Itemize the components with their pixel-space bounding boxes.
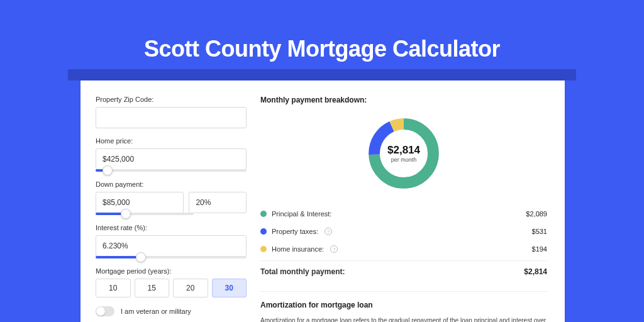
down-payment-slider[interactable] (96, 213, 194, 215)
legend-amount: $2,089 (526, 210, 547, 218)
amortization-text: Amortization for a mortgage loan refers … (260, 316, 547, 322)
legend-row-taxes: Property taxes: ? $531 (260, 223, 547, 240)
home-price-slider-thumb[interactable] (103, 165, 113, 175)
dot-icon (260, 211, 267, 217)
form-column: Property Zip Code: Home price: Down paym… (96, 96, 247, 322)
home-price-input[interactable] (96, 148, 247, 170)
zip-label: Property Zip Code: (96, 96, 247, 103)
amortization-title: Amortization for mortgage loan (260, 301, 547, 309)
total-amount: $2,814 (524, 267, 547, 276)
breakdown-column: Monthly payment breakdown: $2,814 per mo… (260, 96, 547, 322)
banner-strip (68, 69, 576, 80)
info-icon[interactable]: ? (330, 245, 338, 253)
amortization-section: Amortization for mortgage loan Amortizat… (260, 291, 547, 322)
legend-label: Property taxes: (272, 228, 318, 235)
breakdown-title: Monthly payment breakdown: (260, 96, 547, 104)
info-icon[interactable]: ? (325, 228, 332, 235)
total-label: Total monthly payment: (260, 267, 345, 276)
legend-row-principal: Principal & Interest: $2,089 (260, 205, 547, 223)
legend-amount: $194 (532, 245, 547, 253)
legend-row-total: Total monthly payment: $2,814 (260, 260, 547, 281)
period-option-30[interactable]: 30 (212, 279, 247, 297)
interest-rate-slider[interactable] (96, 256, 247, 258)
veteran-toggle[interactable] (96, 306, 114, 316)
down-payment-label: Down payment: (96, 180, 247, 188)
down-payment-slider-thumb[interactable] (121, 209, 131, 219)
dot-icon (260, 246, 267, 252)
period-label: Mortgage period (years): (96, 267, 247, 275)
donut-center-value: $2,814 (387, 144, 420, 157)
period-options: 10 15 20 30 (96, 279, 247, 297)
legend: Principal & Interest: $2,089 Property ta… (260, 205, 547, 281)
page-title: Scott County Mortgage Calculator (0, 0, 644, 62)
legend-row-insurance: Home insurance: ? $194 (260, 240, 547, 258)
donut-center-sub: per month (391, 157, 417, 163)
legend-label: Principal & Interest: (272, 210, 331, 218)
down-payment-percent-input[interactable] (189, 192, 247, 213)
legend-amount: $531 (532, 228, 547, 235)
zip-input[interactable] (96, 107, 247, 128)
period-option-10[interactable]: 10 (96, 279, 131, 297)
legend-label: Home insurance: (272, 245, 324, 253)
veteran-toggle-knob (96, 307, 105, 316)
interest-rate-input[interactable] (96, 235, 247, 257)
interest-rate-slider-thumb[interactable] (136, 252, 146, 262)
down-payment-amount-input[interactable] (96, 192, 184, 213)
interest-rate-label: Interest rate (%): (96, 224, 247, 231)
period-option-15[interactable]: 15 (135, 279, 170, 297)
veteran-label: I am veteran or military (121, 308, 191, 315)
home-price-slider[interactable] (96, 169, 247, 172)
home-price-label: Home price: (96, 137, 247, 145)
calculator-card: Property Zip Code: Home price: Down paym… (80, 80, 565, 322)
dot-icon (260, 228, 267, 235)
period-option-20[interactable]: 20 (173, 279, 208, 297)
donut-chart: $2,814 per month (365, 114, 443, 192)
